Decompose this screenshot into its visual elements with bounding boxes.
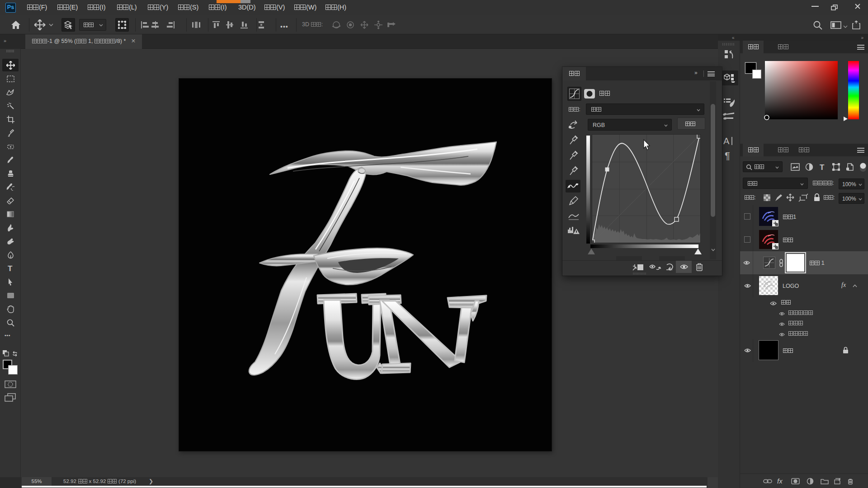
svg-text:T: T [8,265,13,272]
svg-text:¶: ¶ [725,151,730,161]
svg-text:fx: fx [777,478,783,485]
svg-text:T: T [820,163,825,172]
svg-text:A: A [723,136,730,146]
